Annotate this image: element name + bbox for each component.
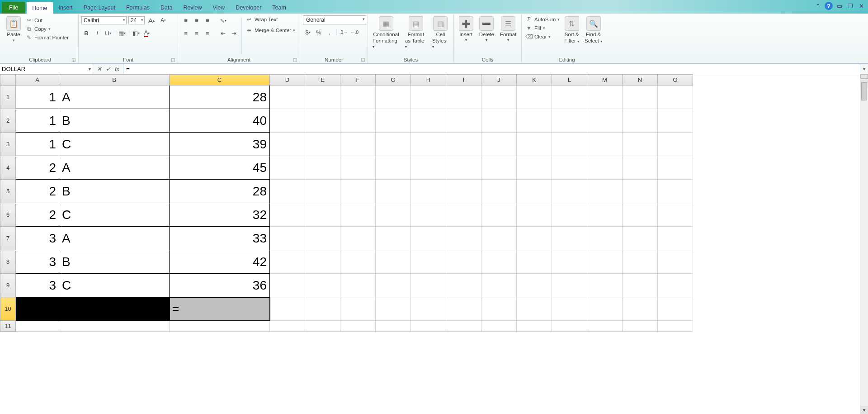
col-header-K[interactable]: K [517,75,552,86]
align-middle-button[interactable]: ≡ [192,15,202,25]
cell-I11[interactable] [446,321,481,332]
cell-L9[interactable] [552,274,587,297]
cell-K6[interactable] [517,203,552,227]
delete-cells-button[interactable]: ➖Delete▾ [477,15,496,43]
cell-D11[interactable] [270,321,305,332]
orientation-button[interactable]: ⤡▾ [218,15,228,25]
row-header-6[interactable]: 6 [0,203,16,227]
bold-button[interactable]: B [81,28,91,38]
cell-I2[interactable] [446,109,481,133]
percent-format-button[interactable]: % [314,27,324,37]
cell-N7[interactable] [623,227,658,250]
cell-J2[interactable] [481,109,517,133]
cell-H11[interactable] [411,321,446,332]
format-as-table-button[interactable]: ▤Formatas Table ▾ [403,15,429,50]
cell-G9[interactable] [376,274,411,297]
font-size-select[interactable]: 24▾ [128,16,145,24]
cell-H9[interactable] [411,274,446,297]
cell-M5[interactable] [587,180,623,203]
cell-C5[interactable]: 28 [170,180,270,203]
cell-O10[interactable] [658,297,693,321]
cell-G1[interactable] [376,86,411,109]
insert-cells-button[interactable]: ➕Insert▾ [457,15,475,43]
cell-J5[interactable] [481,180,517,203]
clear-button[interactable]: ⌫Clear▾ [524,33,561,41]
split-handle[interactable] [860,74,868,79]
cell-J4[interactable] [481,156,517,180]
cell-I10[interactable] [446,297,481,321]
cell-F3[interactable] [340,133,376,156]
row-header-10[interactable]: 10 [0,297,16,321]
ribbon-minimize-icon[interactable]: ⌃ [814,2,822,10]
col-header-F[interactable]: F [340,75,376,86]
cell-A5[interactable]: 2 [16,180,59,203]
merge-center-button[interactable]: ⬌Merge & Center▾ [245,26,296,34]
cell-I5[interactable] [446,180,481,203]
cell-B9[interactable]: C [59,274,170,297]
cell-B4[interactable]: A [59,156,170,180]
cell-D4[interactable] [270,156,305,180]
cell-I7[interactable] [446,227,481,250]
cell-B2[interactable]: B [59,109,170,133]
cell-B1[interactable]: A [59,86,170,109]
row-header-4[interactable]: 4 [0,156,16,180]
row-header-5[interactable]: 5 [0,180,16,203]
row-header-2[interactable]: 2 [0,109,16,133]
cell-E11[interactable] [305,321,340,332]
cell-O11[interactable] [658,321,693,332]
fill-button[interactable]: ▼Fill▾ [524,24,561,32]
cell-M11[interactable] [587,321,623,332]
cell-N5[interactable] [623,180,658,203]
cell-F1[interactable] [340,86,376,109]
cell-A2[interactable]: 1 [16,109,59,133]
cell-H8[interactable] [411,250,446,274]
cell-B7[interactable]: A [59,227,170,250]
fx-icon[interactable]: fx [113,66,121,72]
help-icon[interactable]: ? [825,2,833,10]
cell-I9[interactable] [446,274,481,297]
borders-button[interactable]: ▦▾ [117,28,127,38]
cell-L11[interactable] [552,321,587,332]
cell-J10[interactable] [481,297,517,321]
cell-H1[interactable] [411,86,446,109]
cell-C10[interactable]: = [170,297,270,321]
tab-view[interactable]: View [207,2,230,14]
tab-review[interactable]: Review [178,2,207,14]
cell-G8[interactable] [376,250,411,274]
align-top-button[interactable]: ≡ [181,15,191,25]
cell-O4[interactable] [658,156,693,180]
cell-C1[interactable]: 28 [170,86,270,109]
cell-F5[interactable] [340,180,376,203]
cell-F11[interactable] [340,321,376,332]
cell-A7[interactable]: 3 [16,227,59,250]
wrap-text-button[interactable]: ↩Wrap Text [245,15,296,24]
tab-insert[interactable]: Insert [53,2,78,14]
cell-F7[interactable] [340,227,376,250]
cell-G10[interactable] [376,297,411,321]
cell-O7[interactable] [658,227,693,250]
col-header-M[interactable]: M [587,75,623,86]
cell-B10[interactable] [59,297,170,321]
col-header-O[interactable]: O [658,75,693,86]
dialog-launcher-icon[interactable]: ◲ [71,57,75,62]
cell-K10[interactable] [517,297,552,321]
align-left-button[interactable]: ≡ [181,28,191,38]
formula-input[interactable]: = [123,64,860,74]
cell-E8[interactable] [305,250,340,274]
cell-C6[interactable]: 32 [170,203,270,227]
align-center-button[interactable]: ≡ [192,28,202,38]
cell-L7[interactable] [552,227,587,250]
increase-indent-button[interactable]: ⇥ [229,28,239,38]
paste-button[interactable]: 📋 Paste ▾ [5,15,23,43]
cell-A1[interactable]: 1 [16,86,59,109]
tab-team[interactable]: Team [267,2,292,14]
cell-H2[interactable] [411,109,446,133]
cell-D1[interactable] [270,86,305,109]
comma-format-button[interactable]: , [325,27,335,37]
cell-N8[interactable] [623,250,658,274]
underline-button[interactable]: U▾ [103,28,113,38]
cell-C11[interactable] [170,321,270,332]
cell-M3[interactable] [587,133,623,156]
find-select-button[interactable]: 🔍Find &Select ▾ [583,15,604,44]
cell-J1[interactable] [481,86,517,109]
